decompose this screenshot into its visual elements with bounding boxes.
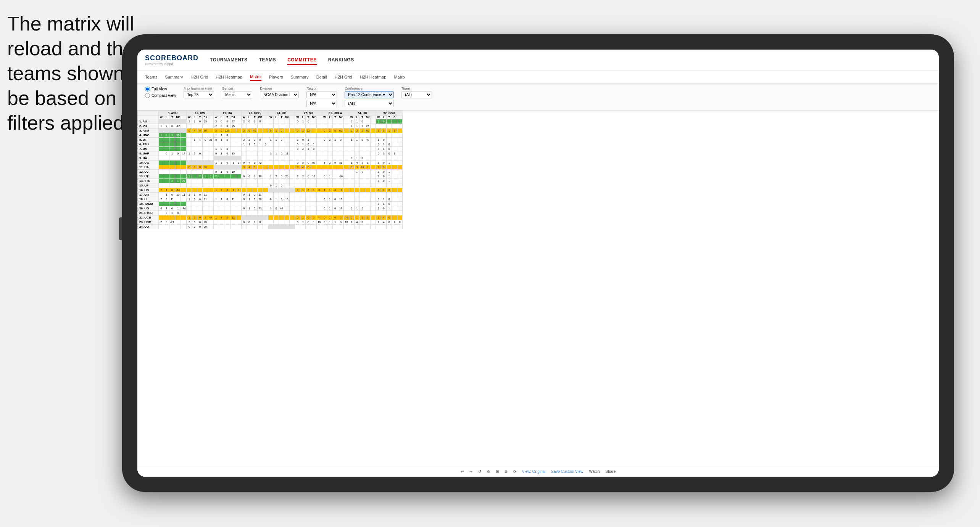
- conference-select[interactable]: Pac-12 Conference ▼: [345, 91, 394, 98]
- table-row: 24. UO 02029: [138, 225, 403, 229]
- row-label: 20. UG: [138, 206, 159, 211]
- table-row: 8. UAF 01014 120 01015 11011 0101: [138, 151, 403, 156]
- subnav-matrix[interactable]: Matrix: [250, 73, 261, 81]
- subnav-h2h-grid2[interactable]: H2H Grid: [335, 74, 352, 80]
- zoom-out-button[interactable]: ⊖: [487, 469, 490, 474]
- row-label: 3. ASU: [138, 129, 159, 133]
- sub-nav: Teams Summary H2H Grid H2H Heatmap Matri…: [137, 71, 939, 84]
- sub-x: [208, 116, 213, 119]
- table-row: 6. FSU 11010 0101 010: [138, 142, 403, 147]
- conference-filter: Conference Pac-12 Conference ▼ (All): [345, 87, 394, 107]
- col-header-osu: 57. OSU: [376, 111, 403, 116]
- row-label: 1. AU: [138, 119, 159, 124]
- sub-t: T: [387, 116, 392, 119]
- team-filter: Team (All): [401, 87, 432, 98]
- undo-button[interactable]: ↩: [461, 469, 464, 474]
- view-radio-group: Full View Compact View: [145, 87, 176, 98]
- nav-tournaments[interactable]: TOURNAMENTS: [210, 56, 248, 65]
- team-select[interactable]: (All): [401, 91, 432, 98]
- zoom-fit-button[interactable]: ⊞: [496, 469, 499, 474]
- full-view-radio[interactable]: [145, 87, 150, 92]
- row-label: 21. ETSU: [138, 211, 159, 215]
- compact-view-option[interactable]: Compact View: [145, 93, 176, 98]
- subnav-h2h-heatmap[interactable]: H2H Heatmap: [216, 74, 242, 80]
- subnav-summary2[interactable]: Summary: [291, 74, 309, 80]
- corner-header: [138, 111, 159, 116]
- sub-t: T: [306, 116, 311, 119]
- region-select-2[interactable]: N/A: [306, 100, 337, 107]
- share-button[interactable]: Share: [606, 469, 616, 474]
- conference-select-2[interactable]: (All): [345, 100, 394, 107]
- table-row: 7. UM 100 0210 010: [138, 147, 403, 151]
- sub-x: [236, 116, 241, 119]
- sub-d: D: [392, 116, 397, 119]
- subnav-players[interactable]: Players: [269, 74, 283, 80]
- team-label: Team: [401, 87, 432, 90]
- sub-t: T: [332, 116, 338, 119]
- table-row: 22. UCB 130344 14012 010344 010344 0110 …: [138, 215, 403, 220]
- table-row: 10. UW 13013 04172 25066 12051 1451 301: [138, 161, 403, 165]
- table-row: 19. TAMU 010: [138, 202, 403, 206]
- compact-view-label: Compact View: [152, 93, 176, 98]
- sub-w: W: [241, 116, 247, 119]
- sub-t: T: [224, 116, 230, 119]
- reset-button[interactable]: ↺: [478, 469, 481, 474]
- nav-teams[interactable]: TEAMS: [259, 56, 276, 65]
- col-header-uu: 54. UU: [349, 111, 376, 116]
- sub-w: W: [376, 116, 381, 119]
- bottom-toolbar: ↩ ↪ ↺ ⊖ ⊞ ⊕ ⟳ View: Original Save Custom…: [137, 466, 939, 477]
- subnav-summary[interactable]: Summary: [165, 74, 183, 80]
- table-row: 17. GIT 101011 11011 01011: [138, 193, 403, 197]
- row-label: 18. U: [138, 197, 159, 202]
- region-filter: Region N/A N/A: [306, 87, 337, 107]
- top-nav: SCOREBOARD Powered by clippd TOURNAMENTS…: [137, 50, 939, 71]
- matrix-content[interactable]: 3. ASU 10. UW 11. UA 22. UCB 24. UO 27. …: [137, 111, 939, 466]
- max-teams-select[interactable]: Top 25: [184, 91, 214, 98]
- table-row: 2. VU 120-12 20025 01025: [138, 124, 403, 129]
- division-select[interactable]: NCAA Division I: [260, 91, 299, 98]
- sub-x: [181, 116, 187, 119]
- save-custom-button[interactable]: Save Custom View: [551, 469, 583, 474]
- sub-dif: Dif: [230, 116, 236, 119]
- table-row: 15. UF 010: [138, 183, 403, 188]
- sub-l: L: [300, 116, 306, 119]
- conference-label: Conference: [345, 87, 394, 90]
- sub-w: W: [349, 116, 354, 119]
- watch-button[interactable]: Watch: [589, 469, 600, 474]
- gender-filter: Gender Men's: [222, 87, 252, 98]
- zoom-in-button[interactable]: ⊕: [505, 469, 508, 474]
- redo-button[interactable]: ↪: [469, 469, 472, 474]
- sub-l: L: [381, 116, 387, 119]
- refresh-button[interactable]: ⟳: [513, 469, 516, 474]
- row-label: 6. FSU: [138, 142, 159, 147]
- nav-rankings[interactable]: RANKINGS: [328, 56, 354, 65]
- subnav-detail[interactable]: Detail: [316, 74, 327, 80]
- sub-t: T: [359, 116, 365, 119]
- table-row: 20. UG 0101-34 01023 1040 01013 010 101: [138, 206, 403, 211]
- tablet-screen: SCOREBOARD Powered by clippd TOURNAMENTS…: [137, 50, 939, 477]
- compact-view-radio[interactable]: [145, 93, 150, 98]
- row-label: 23. UNM: [138, 220, 159, 225]
- sub-w: W: [295, 116, 300, 119]
- subnav-h2h-heatmap2[interactable]: H2H Heatmap: [360, 74, 387, 80]
- full-view-option[interactable]: Full View: [145, 87, 176, 92]
- logo-subtitle: Powered by clippd: [145, 62, 198, 66]
- table-row: 11. UA 01010 340 340 03201 10: [138, 165, 403, 170]
- table-row: 14. TTU 2122 301: [138, 179, 403, 183]
- view-original-button[interactable]: View: Original: [522, 469, 546, 474]
- col-header-ucb: 22. UCB: [241, 111, 268, 116]
- row-label: 17. GIT: [138, 193, 159, 197]
- region-select[interactable]: N/A: [306, 91, 337, 98]
- row-label: 22. UCB: [138, 215, 159, 220]
- nav-committee[interactable]: COMMITTEE: [287, 56, 317, 65]
- subnav-h2h-grid[interactable]: H2H Grid: [190, 74, 208, 80]
- row-label: 13. UT: [138, 174, 159, 179]
- tablet-side-button: [119, 217, 122, 240]
- col-header-uw: 10. UW: [187, 111, 213, 116]
- row-label: 2. VU: [138, 124, 159, 129]
- subnav-teams[interactable]: Teams: [145, 74, 157, 80]
- row-label: 9. UA: [138, 156, 159, 161]
- gender-select[interactable]: Men's: [222, 91, 252, 98]
- subnav-matrix2[interactable]: Matrix: [394, 74, 405, 80]
- region-label: Region: [306, 87, 337, 90]
